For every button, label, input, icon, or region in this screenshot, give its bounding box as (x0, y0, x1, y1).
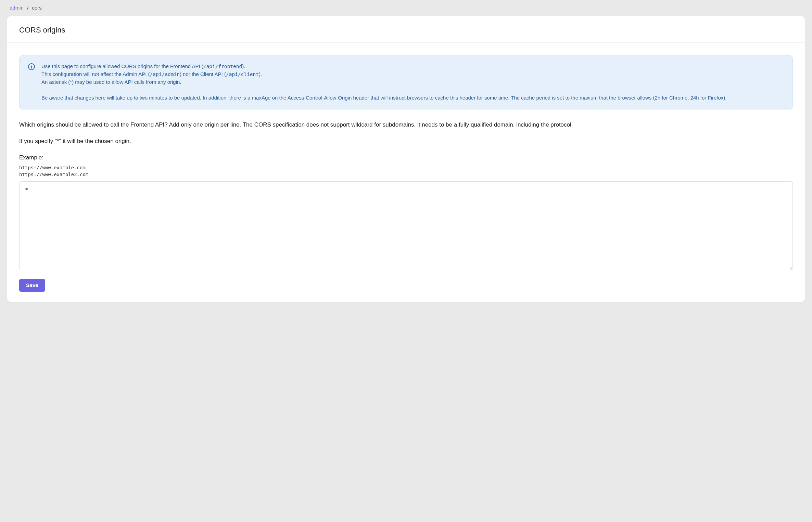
info-icon (28, 63, 35, 70)
card-body: Use this page to configure allowed CORS … (7, 43, 805, 302)
save-button[interactable]: Save (19, 279, 45, 292)
example-label: Example: (19, 153, 793, 162)
info-alert: Use this page to configure allowed CORS … (19, 55, 793, 109)
alert-line2-code1: /api/admin (150, 71, 180, 77)
alert-line2-part2: ) nor the Client API ( (180, 71, 226, 77)
alert-line3: An asterisk (*) may be used to allow API… (41, 78, 727, 86)
breadcrumb: admin / cors (7, 0, 805, 16)
alert-line2-part1: This configuration will not affect the A… (41, 71, 150, 77)
example-code: https://www.example.com https://www.exam… (19, 165, 793, 178)
alert-line4: Be aware that changes here will take up … (41, 94, 727, 102)
instructions-text: Which origins should be allowed to call … (19, 120, 793, 129)
info-alert-content: Use this page to configure allowed CORS … (41, 62, 727, 102)
alert-line1-code: /api/frontend (203, 64, 242, 69)
breadcrumb-link-admin[interactable]: admin (10, 5, 24, 11)
alert-line1-part1: Use this page to configure allowed CORS … (41, 63, 203, 69)
cors-origins-textarea[interactable] (19, 181, 793, 270)
card-header: CORS origins (7, 16, 805, 43)
alert-line2-code2: /api/client (226, 71, 259, 77)
svg-point-2 (31, 65, 31, 65)
alert-line1-part2: ). (242, 63, 245, 69)
cors-card: CORS origins Use this page to configure … (7, 16, 805, 302)
breadcrumb-current: cors (32, 5, 41, 11)
asterisk-note: If you specify "*" it will be the chosen… (19, 137, 793, 146)
breadcrumb-separator: / (27, 5, 28, 11)
alert-line2-part3: ). (259, 71, 262, 77)
page-title: CORS origins (19, 24, 793, 36)
